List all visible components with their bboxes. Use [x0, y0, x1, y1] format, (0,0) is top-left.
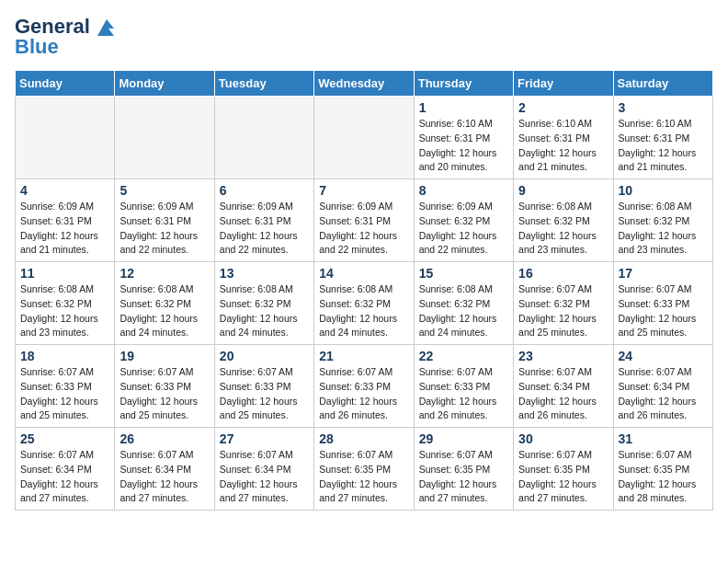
svg-marker-0	[97, 19, 114, 36]
calendar-cell: 10Sunrise: 6:08 AM Sunset: 6:32 PM Dayli…	[613, 179, 712, 262]
calendar-cell: 6Sunrise: 6:09 AM Sunset: 6:31 PM Daylig…	[214, 179, 313, 262]
day-info: Sunrise: 6:07 AM Sunset: 6:33 PM Dayligh…	[220, 365, 309, 423]
day-number: 4	[20, 183, 109, 198]
calendar-cell: 9Sunrise: 6:08 AM Sunset: 6:32 PM Daylig…	[514, 179, 613, 262]
day-info: Sunrise: 6:09 AM Sunset: 6:31 PM Dayligh…	[119, 200, 209, 258]
day-info: Sunrise: 6:09 AM Sunset: 6:31 PM Dayligh…	[319, 200, 408, 258]
calendar-cell: 28Sunrise: 6:07 AM Sunset: 6:35 PM Dayli…	[314, 428, 414, 511]
day-info: Sunrise: 6:10 AM Sunset: 6:31 PM Dayligh…	[619, 117, 708, 175]
weekday-saturday: Saturday	[613, 71, 712, 97]
day-info: Sunrise: 6:07 AM Sunset: 6:33 PM Dayligh…	[419, 365, 508, 423]
day-number: 18	[20, 349, 109, 363]
day-number: 11	[20, 266, 109, 281]
day-info: Sunrise: 6:10 AM Sunset: 6:31 PM Dayligh…	[518, 117, 608, 175]
day-info: Sunrise: 6:07 AM Sunset: 6:33 PM Dayligh…	[619, 282, 708, 340]
day-number: 2	[518, 100, 608, 115]
calendar-cell: 20Sunrise: 6:07 AM Sunset: 6:33 PM Dayli…	[214, 345, 313, 428]
day-number: 20	[220, 349, 309, 363]
page-header: General Blue	[15, 15, 713, 59]
day-info: Sunrise: 6:07 AM Sunset: 6:34 PM Dayligh…	[220, 448, 309, 506]
week-row-3: 11Sunrise: 6:08 AM Sunset: 6:32 PM Dayli…	[16, 262, 713, 345]
week-row-1: 1Sunrise: 6:10 AM Sunset: 6:31 PM Daylig…	[16, 97, 713, 179]
day-info: Sunrise: 6:08 AM Sunset: 6:32 PM Dayligh…	[619, 200, 708, 258]
day-info: Sunrise: 6:07 AM Sunset: 6:33 PM Dayligh…	[119, 365, 209, 423]
day-number: 17	[619, 266, 708, 281]
day-number: 27	[220, 431, 309, 446]
calendar-cell: 31Sunrise: 6:07 AM Sunset: 6:35 PM Dayli…	[613, 428, 712, 511]
day-number: 24	[619, 349, 708, 363]
weekday-header-row: SundayMondayTuesdayWednesdayThursdayFrid…	[16, 71, 713, 97]
calendar-cell: 4Sunrise: 6:09 AM Sunset: 6:31 PM Daylig…	[16, 179, 115, 262]
day-info: Sunrise: 6:07 AM Sunset: 6:34 PM Dayligh…	[619, 365, 708, 423]
calendar-cell	[214, 97, 313, 179]
day-info: Sunrise: 6:07 AM Sunset: 6:35 PM Dayligh…	[518, 448, 608, 506]
calendar-cell: 12Sunrise: 6:08 AM Sunset: 6:32 PM Dayli…	[115, 262, 214, 345]
calendar-cell	[16, 97, 115, 179]
calendar-cell: 26Sunrise: 6:07 AM Sunset: 6:34 PM Dayli…	[115, 428, 214, 511]
calendar: SundayMondayTuesdayWednesdayThursdayFrid…	[15, 70, 713, 511]
day-number: 8	[419, 183, 508, 198]
calendar-cell: 2Sunrise: 6:10 AM Sunset: 6:31 PM Daylig…	[514, 97, 613, 179]
calendar-cell: 27Sunrise: 6:07 AM Sunset: 6:34 PM Dayli…	[214, 428, 313, 511]
day-info: Sunrise: 6:08 AM Sunset: 6:32 PM Dayligh…	[220, 282, 309, 340]
weekday-tuesday: Tuesday	[214, 71, 313, 97]
day-number: 25	[20, 431, 109, 446]
day-info: Sunrise: 6:08 AM Sunset: 6:32 PM Dayligh…	[119, 282, 209, 340]
day-info: Sunrise: 6:07 AM Sunset: 6:35 PM Dayligh…	[619, 448, 708, 506]
day-number: 3	[619, 100, 708, 115]
day-number: 10	[619, 183, 708, 198]
day-info: Sunrise: 6:07 AM Sunset: 6:34 PM Dayligh…	[518, 365, 608, 423]
day-number: 29	[419, 431, 508, 446]
day-info: Sunrise: 6:09 AM Sunset: 6:31 PM Dayligh…	[220, 200, 309, 258]
day-info: Sunrise: 6:07 AM Sunset: 6:35 PM Dayligh…	[419, 448, 508, 506]
day-info: Sunrise: 6:07 AM Sunset: 6:35 PM Dayligh…	[319, 448, 408, 506]
calendar-cell: 14Sunrise: 6:08 AM Sunset: 6:32 PM Dayli…	[314, 262, 414, 345]
day-number: 28	[319, 431, 408, 446]
week-row-5: 25Sunrise: 6:07 AM Sunset: 6:34 PM Dayli…	[16, 428, 713, 511]
day-number: 13	[220, 266, 309, 281]
day-info: Sunrise: 6:07 AM Sunset: 6:32 PM Dayligh…	[518, 282, 608, 340]
day-number: 15	[419, 266, 508, 281]
week-row-4: 18Sunrise: 6:07 AM Sunset: 6:33 PM Dayli…	[16, 345, 713, 428]
day-info: Sunrise: 6:10 AM Sunset: 6:31 PM Dayligh…	[419, 117, 508, 175]
weekday-friday: Friday	[514, 71, 613, 97]
calendar-cell: 1Sunrise: 6:10 AM Sunset: 6:31 PM Daylig…	[414, 97, 513, 179]
calendar-cell: 24Sunrise: 6:07 AM Sunset: 6:34 PM Dayli…	[613, 345, 712, 428]
day-number: 5	[119, 183, 209, 198]
calendar-cell: 8Sunrise: 6:09 AM Sunset: 6:32 PM Daylig…	[414, 179, 513, 262]
day-info: Sunrise: 6:08 AM Sunset: 6:32 PM Dayligh…	[319, 282, 408, 340]
day-number: 12	[119, 266, 209, 281]
calendar-cell: 23Sunrise: 6:07 AM Sunset: 6:34 PM Dayli…	[514, 345, 613, 428]
day-number: 23	[518, 349, 608, 363]
day-number: 9	[518, 183, 608, 198]
day-number: 30	[518, 431, 608, 446]
day-number: 14	[319, 266, 408, 281]
logo: General Blue	[15, 15, 114, 59]
logo-blue: Blue	[15, 35, 59, 59]
day-number: 7	[319, 183, 408, 198]
calendar-cell: 13Sunrise: 6:08 AM Sunset: 6:32 PM Dayli…	[214, 262, 313, 345]
day-info: Sunrise: 6:09 AM Sunset: 6:32 PM Dayligh…	[419, 200, 508, 258]
day-info: Sunrise: 6:07 AM Sunset: 6:34 PM Dayligh…	[119, 448, 209, 506]
weekday-thursday: Thursday	[414, 71, 513, 97]
calendar-cell: 17Sunrise: 6:07 AM Sunset: 6:33 PM Dayli…	[613, 262, 712, 345]
day-number: 22	[419, 349, 508, 363]
day-info: Sunrise: 6:09 AM Sunset: 6:31 PM Dayligh…	[20, 200, 109, 258]
calendar-cell	[115, 97, 214, 179]
day-info: Sunrise: 6:08 AM Sunset: 6:32 PM Dayligh…	[518, 200, 608, 258]
day-number: 6	[220, 183, 309, 198]
calendar-cell: 29Sunrise: 6:07 AM Sunset: 6:35 PM Dayli…	[414, 428, 513, 511]
day-info: Sunrise: 6:07 AM Sunset: 6:33 PM Dayligh…	[20, 365, 109, 423]
calendar-cell: 25Sunrise: 6:07 AM Sunset: 6:34 PM Dayli…	[16, 428, 115, 511]
day-number: 16	[518, 266, 608, 281]
day-number: 21	[319, 349, 408, 363]
day-info: Sunrise: 6:08 AM Sunset: 6:32 PM Dayligh…	[419, 282, 508, 340]
calendar-body: 1Sunrise: 6:10 AM Sunset: 6:31 PM Daylig…	[16, 97, 713, 511]
calendar-cell: 7Sunrise: 6:09 AM Sunset: 6:31 PM Daylig…	[314, 179, 414, 262]
day-number: 26	[119, 431, 209, 446]
logo-icon	[94, 19, 114, 36]
calendar-cell: 3Sunrise: 6:10 AM Sunset: 6:31 PM Daylig…	[613, 97, 712, 179]
day-number: 19	[119, 349, 209, 363]
week-row-2: 4Sunrise: 6:09 AM Sunset: 6:31 PM Daylig…	[16, 179, 713, 262]
weekday-monday: Monday	[115, 71, 214, 97]
